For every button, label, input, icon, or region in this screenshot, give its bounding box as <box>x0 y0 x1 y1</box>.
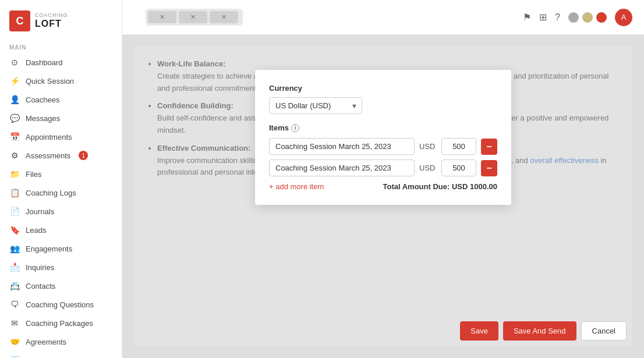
sidebar-label-inquiries: Inquiries <box>26 263 54 272</box>
sidebar-label-journals: Journals <box>26 207 54 216</box>
tab-close-1[interactable]: ✕ <box>160 13 165 21</box>
dot-red <box>596 12 607 23</box>
currency-select-wrapper: US Dollar (USD) Euro (EUR) British Pound… <box>269 97 362 114</box>
logo-icon: C <box>9 10 30 31</box>
contacts-icon: 📇 <box>9 281 20 291</box>
item-amount-1[interactable] <box>441 138 476 155</box>
layout-icon[interactable]: ⊞ <box>539 12 547 23</box>
remove-item-1-button[interactable]: − <box>481 139 497 155</box>
item-row-1: USD − <box>269 138 497 155</box>
item-currency-label-1: USD <box>419 142 437 151</box>
sidebar-item-files[interactable]: 📁 Files <box>0 165 122 183</box>
save-and-send-button[interactable]: Save And Send <box>503 321 576 341</box>
items-label: Items i <box>269 123 497 132</box>
sidebar-item-journals[interactable]: 📄 Journals <box>0 202 122 221</box>
sidebar-label-files: Files <box>26 170 41 179</box>
sidebar-label-coaching-packages: Coaching Packages <box>26 319 93 328</box>
messages-icon: 💬 <box>9 113 20 123</box>
sidebar-item-invoices[interactable]: 🧾 Invoices <box>0 351 122 358</box>
sidebar-section-main: MAIN <box>0 38 122 53</box>
tab-close-2[interactable]: ✕ <box>190 13 196 21</box>
quick-session-icon: ⚡ <box>9 76 20 86</box>
dot-circles <box>568 12 607 23</box>
topbar-tab-1[interactable]: ✕ <box>148 11 176 23</box>
engagements-icon: 👥 <box>9 243 20 254</box>
help-icon[interactable]: ? <box>555 12 560 23</box>
sidebar-item-assessments[interactable]: ⚙ Assessments 1 <box>0 146 122 165</box>
assessments-badge: 1 <box>79 151 88 160</box>
topbar-tab-2[interactable]: ✕ <box>179 11 207 23</box>
assessments-icon: ⚙ <box>9 150 20 161</box>
invoices-icon: 🧾 <box>9 355 20 358</box>
item-description-1[interactable] <box>269 138 415 155</box>
sidebar-item-coaching-packages[interactable]: ✉ Coaching Packages <box>0 314 122 332</box>
sidebar-label-contacts: Contacts <box>26 282 55 290</box>
coachees-icon: 👤 <box>9 94 20 105</box>
topbar: ✕ ✕ ✕ ⚑ ⊞ ? A <box>122 0 644 35</box>
sidebar-label-dashboard: Dashboard <box>26 58 63 67</box>
sidebar-item-dashboard[interactable]: ⊙ Dashboard <box>0 53 122 72</box>
appointments-icon: 📅 <box>9 132 20 142</box>
agreements-icon: 🤝 <box>9 336 20 347</box>
sidebar-item-agreements[interactable]: 🤝 Agreements <box>0 332 122 351</box>
sidebar-label-agreements: Agreements <box>26 338 66 346</box>
sidebar-item-leads[interactable]: 🔖 Leads <box>0 221 122 239</box>
items-info-icon[interactable]: i <box>291 124 299 132</box>
sidebar-label-assessments: Assessments <box>26 151 70 160</box>
sidebar-item-coaching-logs[interactable]: 📋 Coaching Logs <box>0 183 122 202</box>
sidebar-label-quick-session: Quick Session <box>26 77 74 86</box>
journals-icon: 📄 <box>9 206 20 217</box>
files-icon: 📁 <box>9 169 20 179</box>
sidebar-item-quick-session[interactable]: ⚡ Quick Session <box>0 72 122 90</box>
flag-icon[interactable]: ⚑ <box>523 12 531 23</box>
add-item-link[interactable]: + add more item <box>269 182 324 191</box>
sidebar-label-messages: Messages <box>26 114 60 123</box>
sidebar-item-appointments[interactable]: 📅 Appointments <box>0 127 122 146</box>
coaching-questions-icon: 🗨 <box>9 299 20 310</box>
logo-text: COACHING LOFT <box>35 13 68 29</box>
dashboard-icon: ⊙ <box>9 57 20 68</box>
sidebar-label-invoices: Invoices <box>26 356 56 359</box>
sidebar-item-engagements[interactable]: 👥 Engagements <box>0 239 122 258</box>
sidebar-item-messages[interactable]: 💬 Messages <box>0 109 122 127</box>
cancel-button[interactable]: Cancel <box>581 321 627 341</box>
tab-close-3[interactable]: ✕ <box>221 13 227 21</box>
sidebar-item-contacts[interactable]: 📇 Contacts <box>0 277 122 295</box>
content-area: Work-Life Balance: Create strategies to … <box>122 35 644 358</box>
invoice-modal: Currency US Dollar (USD) Euro (EUR) Brit… <box>255 70 511 205</box>
sidebar-label-leads: Leads <box>26 226 46 235</box>
currency-select[interactable]: US Dollar (USD) Euro (EUR) British Pound… <box>269 97 362 114</box>
item-currency-label-2: USD <box>419 164 437 172</box>
coaching-logs-icon: 📋 <box>9 187 20 198</box>
item-row-2: USD − <box>269 159 497 176</box>
bottom-actions: Save Save And Send Cancel <box>460 321 627 341</box>
sidebar-logo: C COACHING LOFT <box>0 0 122 38</box>
sidebar-label-coaching-questions: Coaching Questions <box>26 300 94 309</box>
main-content: ✕ ✕ ✕ ⚑ ⊞ ? A <box>122 0 644 358</box>
total-amount: Total Amount Due: USD 1000.00 <box>383 182 497 191</box>
topbar-tabs: ✕ ✕ ✕ <box>146 9 243 26</box>
sidebar-item-coachees[interactable]: 👤 Coachees <box>0 90 122 109</box>
dot-yellow <box>582 12 593 23</box>
coaching-packages-icon: ✉ <box>9 318 20 328</box>
add-item-row: + add more item Total Amount Due: USD 10… <box>269 182 497 191</box>
dot-gray <box>568 12 579 23</box>
item-description-2[interactable] <box>269 159 415 176</box>
user-avatar[interactable]: A <box>615 9 632 26</box>
sidebar-label-coachees: Coachees <box>26 95 60 104</box>
sidebar-label-engagements: Engagements <box>26 244 72 253</box>
sidebar-label-appointments: Appointments <box>26 133 72 141</box>
remove-item-2-button[interactable]: − <box>481 160 497 176</box>
topbar-icons: ⚑ ⊞ ? A <box>523 9 632 26</box>
sidebar: C COACHING LOFT MAIN ⊙ Dashboard ⚡ Quick… <box>0 0 122 358</box>
save-button[interactable]: Save <box>460 321 498 341</box>
item-amount-2[interactable] <box>441 159 476 176</box>
leads-icon: 🔖 <box>9 225 20 235</box>
inquiries-icon: 📩 <box>9 262 20 272</box>
sidebar-label-coaching-logs: Coaching Logs <box>26 189 76 197</box>
sidebar-item-coaching-questions[interactable]: 🗨 Coaching Questions <box>0 295 122 314</box>
sidebar-item-inquiries[interactable]: 📩 Inquiries <box>0 258 122 277</box>
currency-section-title: Currency <box>269 84 497 93</box>
modal-overlay: Currency US Dollar (USD) Euro (EUR) Brit… <box>122 35 644 358</box>
topbar-tab-3[interactable]: ✕ <box>210 11 238 23</box>
